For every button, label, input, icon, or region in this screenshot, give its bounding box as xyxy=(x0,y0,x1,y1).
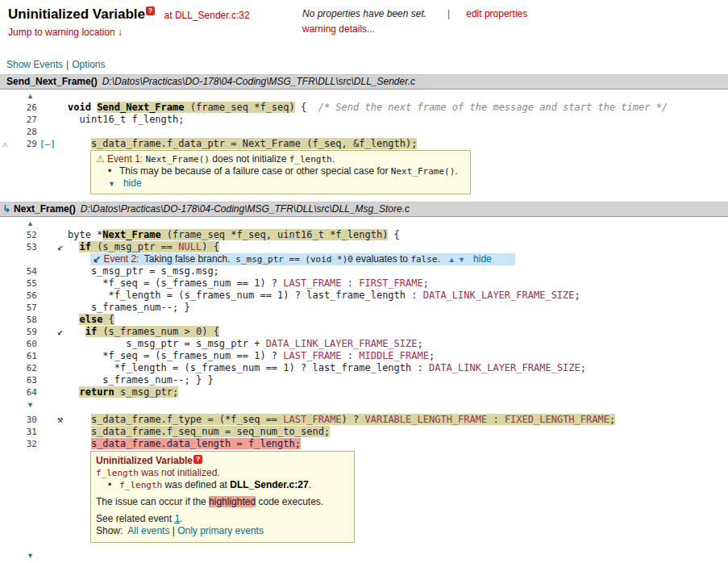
text-segment xyxy=(68,138,91,149)
return-arrow-icon: ↳ xyxy=(2,203,10,215)
text-segment: { xyxy=(295,102,313,113)
primary-events-link[interactable]: Only primary events xyxy=(177,525,264,536)
text-segment: LAST_FRAME xyxy=(283,414,341,425)
gutter-cell xyxy=(37,326,55,338)
text-segment: s_frames_num--; } } xyxy=(68,374,214,386)
text-segment: { xyxy=(109,314,114,325)
text-segment xyxy=(68,326,85,337)
text-segment: Show: xyxy=(96,525,127,536)
file-header-sender: Send_Next_Frame()D:\Datos\Practicas\DO-1… xyxy=(0,74,728,90)
location-prefix: at xyxy=(164,10,173,21)
gutter-cell xyxy=(37,126,55,138)
scroll-down-icon[interactable]: ▼ xyxy=(458,256,465,264)
line-number: 60 xyxy=(16,338,37,350)
warning-header: Uninitialized Variable? at DLL_Sender.c:… xyxy=(0,0,728,50)
text-segment: Event 1: xyxy=(107,153,143,165)
text-segment: Next_Frame() xyxy=(145,154,209,165)
text-segment: The issue can occur if the xyxy=(96,496,209,507)
text-segment: *f_seq = (s_frames_num == 1) ? xyxy=(68,350,283,361)
warning-icon: ⚠ xyxy=(2,139,8,149)
text-segment: FIXED_LENGTH_FRAME xyxy=(505,414,609,425)
gutter-cell xyxy=(0,426,16,438)
text-segment xyxy=(68,426,91,437)
code-text: s_frames_num--; } } xyxy=(68,374,214,386)
collapse-toggle[interactable]: [–] xyxy=(40,139,56,149)
hide-link[interactable]: hide xyxy=(473,253,492,265)
text-segment: was not initialized. xyxy=(139,467,220,478)
code-text: s_msg_ptr = s_msg.msg; xyxy=(68,265,219,277)
gutter-cell xyxy=(0,326,16,338)
hide-link[interactable]: hide xyxy=(123,177,142,189)
warning-details-link[interactable]: warning details... xyxy=(302,23,527,35)
text-segment: f_length xyxy=(289,154,332,165)
scroll-down-control[interactable]: ▼ xyxy=(27,551,728,561)
collapse-arrow-icon[interactable]: ▼ xyxy=(108,180,115,188)
event-marker-icon: ⚒ xyxy=(57,414,63,425)
code-text: if (s_frames_num > 0) { xyxy=(68,326,219,338)
text-segment xyxy=(68,414,91,425)
line-number: 58 xyxy=(16,314,37,326)
file-path: D:\Datos\Practicas\DO-178\04-Coding\MSG_… xyxy=(102,76,415,87)
gutter-cell xyxy=(0,114,16,126)
gutter-cell: ⚠ xyxy=(0,138,16,150)
text-segment: : xyxy=(487,414,505,425)
gutter-cell xyxy=(55,350,68,362)
code-line: 56 *f_length = (s_frames_num == 1) ? las… xyxy=(0,290,728,302)
options-link[interactable]: Options xyxy=(72,59,105,70)
gutter-cell xyxy=(0,438,16,450)
gutter-cell xyxy=(0,265,16,277)
scroll-up-control[interactable]: ▲ xyxy=(27,91,728,101)
location-file-line[interactable]: DLL_Sender.c:32 xyxy=(175,10,250,21)
code-text: else { xyxy=(68,314,114,326)
event-1-controls: ▼ hide xyxy=(96,177,465,190)
code-text: s_data_frame.f_seq_num = seq_num_to_send… xyxy=(68,426,330,438)
text-segment: (frame_seq *f_seq, uint16_t *f_length) xyxy=(167,229,389,240)
code-text: *f_seq = (s_frames_num == 1) ? LAST_FRAM… xyxy=(68,277,429,290)
text-segment xyxy=(111,479,119,490)
text-segment: ; xyxy=(429,350,435,361)
scroll-up-control[interactable]: ▲ xyxy=(27,219,728,228)
gutter-cell xyxy=(37,350,55,362)
all-events-link[interactable]: All events xyxy=(127,525,169,536)
text-segment xyxy=(68,386,79,398)
line-number: 64 xyxy=(16,386,37,398)
code-text: uint16_t f_length; xyxy=(68,114,185,126)
function-name: Next_Frame() xyxy=(14,203,76,215)
no-properties-text: No properties have been set. xyxy=(302,8,426,19)
scroll-down-control[interactable]: ▼ xyxy=(27,400,728,410)
code-block-msg-store-rest: 54 s_msg_ptr = s_msg.msg;55 *f_seq = (s_… xyxy=(0,265,728,398)
gutter-cell xyxy=(0,386,16,398)
text-segment: : xyxy=(342,350,360,361)
text-segment: (s_msg_ptr == xyxy=(97,241,178,252)
gutter-cell xyxy=(37,102,55,114)
text-segment: (frame_seq *f_seq) xyxy=(190,102,295,113)
codesonar-warning-page: Uninitialized Variable? at DLL_Sender.c:… xyxy=(0,0,728,563)
help-badge-icon[interactable]: ? xyxy=(146,6,155,15)
events-toolbar: Show Events|Options xyxy=(6,59,728,70)
text-segment xyxy=(68,438,91,449)
text-segment: (s_frames_num > 0) { xyxy=(102,326,219,337)
text-segment: ) ? xyxy=(342,414,365,425)
event-1-box: ⚠ Event 1: Next_Frame() does not initial… xyxy=(90,150,471,194)
code-line: 28 xyxy=(0,126,728,138)
scroll-up-icon[interactable]: ▲ xyxy=(448,256,456,264)
text-segment: *f_length = (s_frames_num == 1) ? last_f… xyxy=(68,290,423,301)
show-events-link[interactable]: Show Events xyxy=(6,59,63,70)
gutter-cell xyxy=(0,362,16,374)
code-line: 60 s_msg_ptr = s_msg_ptr + DATA_LINK_LAY… xyxy=(0,338,728,350)
code-block-msg-store-top: 52byte *Next_Frame (frame_seq *f_seq, ui… xyxy=(0,229,728,253)
line-number: 30 xyxy=(16,414,37,426)
page-title: Uninitialized Variable xyxy=(8,6,145,22)
edit-properties-link[interactable]: edit properties xyxy=(466,8,527,19)
gutter-cell xyxy=(37,290,55,302)
gutter-cell xyxy=(55,114,68,126)
help-badge[interactable]: ? xyxy=(193,455,202,464)
code-line: 59↙ if (s_frames_num > 0) { xyxy=(0,326,728,338)
gutter-cell xyxy=(0,102,16,114)
text-segment xyxy=(68,241,79,252)
text-segment: DATA_LINK_LAYER_FRAME_SIZE xyxy=(266,338,418,349)
text-segment: does not initialize xyxy=(210,153,289,165)
gutter-cell xyxy=(0,290,16,302)
line-number: 29 xyxy=(16,138,37,150)
warning-box-summary: f_length was not initialized. xyxy=(96,467,349,479)
